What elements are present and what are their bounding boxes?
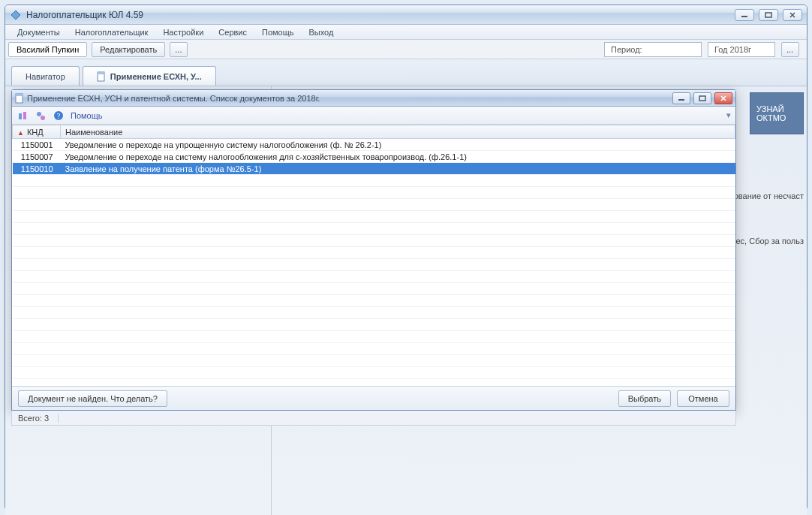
menu-help[interactable]: Помощь [256, 26, 300, 38]
table-row [13, 235, 735, 247]
cell-name: Уведомление о переходе на упрощенную сис… [61, 139, 735, 151]
table-row [13, 187, 735, 199]
svg-rect-2 [765, 13, 771, 17]
table-row [13, 331, 735, 343]
period-value-box[interactable]: Год 2018г [708, 42, 775, 57]
table-row [13, 343, 735, 355]
table-row[interactable]: 1150007Уведомление о переходе на систему… [13, 151, 735, 163]
tab-navigator[interactable]: Навигатор [11, 66, 80, 86]
content-area: УЗНАЙ ОКТМО кование от несчаст знес, Сбо… [5, 86, 807, 515]
cancel-button[interactable]: Отмена [677, 390, 729, 407]
cell-name: Уведомление о переходе на систему налого… [61, 151, 735, 163]
svg-rect-10 [699, 96, 705, 101]
svg-point-15 [37, 112, 41, 116]
table-row [13, 259, 735, 271]
table-row [13, 199, 735, 211]
table-row [13, 175, 735, 187]
child-maximize-button[interactable] [693, 92, 711, 104]
minimize-button[interactable] [735, 9, 754, 21]
period-block: Период: Год 2018г ... [604, 42, 804, 57]
svg-text:?: ? [57, 112, 61, 120]
app-icon [10, 9, 22, 21]
tabbar: Навигатор Применение ЕСХН, У... [5, 59, 807, 86]
cell-knd: 1150010 [13, 163, 61, 175]
table-row [13, 247, 735, 259]
cell-knd: 1150001 [13, 139, 61, 151]
userbar: Василий Пупкин Редактировать ... Период:… [5, 40, 807, 59]
user-name-box[interactable]: Василий Пупкин [8, 42, 87, 57]
document-table[interactable]: КНД Наименование 1150001Уведомление о пе… [12, 125, 735, 386]
col-name[interactable]: Наименование [61, 125, 735, 139]
main-window-controls [735, 9, 802, 21]
document-icon [15, 93, 24, 104]
main-window: Налогоплательщик ЮЛ 4.59 Документы Налог… [5, 5, 807, 510]
table-row [13, 367, 735, 379]
tab-active[interactable]: Применение ЕСХН, У... [83, 66, 216, 86]
app-title: Налогоплательщик ЮЛ 4.59 [26, 10, 735, 20]
svg-rect-8 [16, 94, 23, 96]
select-button[interactable]: Выбрать [618, 390, 671, 407]
cell-knd: 1150007 [13, 151, 61, 163]
menu-documents[interactable]: Документы [11, 26, 66, 38]
child-close-button[interactable] [714, 92, 732, 104]
table-row [13, 319, 735, 331]
child-titlebar[interactable]: Применение ЕСХН, УСН и патентной системы… [12, 90, 735, 107]
menu-service[interactable]: Сервис [212, 26, 253, 38]
table-row [13, 355, 735, 367]
status-total: Всего: 3 [18, 414, 59, 423]
svg-rect-13 [19, 113, 22, 119]
svg-rect-14 [23, 112, 26, 119]
help-link[interactable]: Помощь [71, 111, 103, 120]
period-label: Период: [611, 45, 642, 54]
cell-name: Заявление на получение патента (форма №2… [61, 163, 735, 175]
table-row [13, 211, 735, 223]
not-found-button[interactable]: Документ не найден. Что делать? [18, 390, 167, 407]
close-button[interactable] [783, 9, 802, 21]
table-row[interactable]: 1150010Заявление на получение патента (ф… [13, 163, 735, 175]
table-row [13, 295, 735, 307]
svg-rect-6 [98, 72, 104, 74]
period-more-button[interactable]: ... [781, 42, 799, 57]
svg-point-16 [41, 116, 45, 120]
user-more-button[interactable]: ... [170, 42, 188, 57]
main-titlebar[interactable]: Налогоплательщик ЮЛ 4.59 [5, 5, 807, 25]
tool-icon-1[interactable] [17, 110, 29, 122]
table-row [13, 307, 735, 319]
user-name: Василий Пупкин [17, 45, 79, 54]
table-row [13, 283, 735, 295]
period-value: Год 2018г [714, 45, 751, 54]
table-row[interactable]: 1150001Уведомление о переходе на упрощен… [13, 139, 735, 151]
menu-exit[interactable]: Выход [303, 26, 340, 38]
period-label-box: Период: [604, 42, 702, 57]
child-bottom-bar: Документ не найден. Что делать? Выбрать … [12, 386, 735, 410]
table-row [13, 379, 735, 387]
child-window: Применение ЕСХН, УСН и патентной системы… [11, 89, 736, 411]
menubar: Документы Налогоплательщик Настройки Сер… [5, 25, 807, 40]
chevron-down-icon[interactable]: ▾ [726, 110, 731, 120]
child-window-controls [672, 92, 732, 104]
menu-taxpayer[interactable]: Налогоплательщик [69, 26, 155, 38]
maximize-button[interactable] [759, 9, 778, 21]
oktmo-chip[interactable]: УЗНАЙ ОКТМО [750, 92, 804, 134]
tool-icon-2[interactable] [35, 110, 47, 122]
edit-user-button[interactable]: Редактировать [92, 42, 165, 57]
col-knd[interactable]: КНД [13, 125, 61, 139]
child-statusbar: Всего: 3 [11, 411, 736, 426]
table-row [13, 271, 735, 283]
help-icon[interactable]: ? [53, 110, 65, 122]
document-icon [97, 71, 106, 82]
child-toolbar: ? Помощь ▾ [12, 107, 735, 125]
svg-marker-0 [11, 11, 20, 20]
child-minimize-button[interactable] [672, 92, 690, 104]
child-title: Применение ЕСХН, УСН и патентной системы… [24, 94, 672, 103]
table-row [13, 223, 735, 235]
menu-settings[interactable]: Настройки [157, 26, 209, 38]
